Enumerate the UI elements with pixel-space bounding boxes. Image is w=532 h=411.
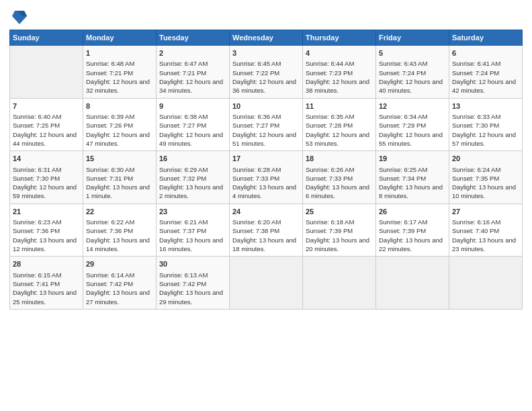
day-number: 30 <box>159 259 226 269</box>
sunrise: Sunrise: 6:17 AM <box>379 218 427 226</box>
sunrise: Sunrise: 6:28 AM <box>232 166 281 173</box>
sunrise: Sunrise: 6:44 AM <box>306 60 354 67</box>
col-header-tuesday: Tuesday <box>157 30 230 46</box>
sunset: Sunset: 7:30 PM <box>13 175 60 182</box>
sunrise: Sunrise: 6:36 AM <box>232 113 281 120</box>
sunrise: Sunrise: 6:30 AM <box>86 166 134 173</box>
calendar-cell: 7Sunrise: 6:40 AMSunset: 7:25 PMDaylight… <box>10 98 83 151</box>
calendar-cell: 10Sunrise: 6:36 AMSunset: 7:27 PMDayligh… <box>230 98 303 151</box>
daylight: Daylight: 13 hours and 8 minutes. <box>379 183 443 199</box>
calendar-cell <box>303 257 376 310</box>
sunrise: Sunrise: 6:31 AM <box>13 166 61 173</box>
daylight: Daylight: 13 hours and 1 minute. <box>86 183 150 199</box>
daylight: Daylight: 12 hours and 51 minutes. <box>232 131 296 147</box>
day-number: 26 <box>379 207 446 217</box>
calendar-cell <box>376 257 449 310</box>
daylight: Daylight: 13 hours and 29 minutes. <box>159 289 223 305</box>
daylight: Daylight: 12 hours and 53 minutes. <box>306 131 369 147</box>
sunset: Sunset: 7:34 PM <box>379 175 426 182</box>
calendar-cell: 9Sunrise: 6:38 AMSunset: 7:27 PMDaylight… <box>157 98 230 151</box>
day-number: 11 <box>306 101 373 111</box>
col-header-saturday: Saturday <box>449 30 523 46</box>
sunset: Sunset: 7:31 PM <box>86 175 133 182</box>
day-number: 13 <box>452 101 519 111</box>
sunset: Sunset: 7:37 PM <box>159 227 206 234</box>
col-header-wednesday: Wednesday <box>230 30 303 46</box>
sunset: Sunset: 7:21 PM <box>86 69 133 77</box>
calendar-table: SundayMondayTuesdayWednesdayThursdayFrid… <box>9 30 523 310</box>
calendar-cell: 1Sunrise: 6:48 AMSunset: 7:21 PMDaylight… <box>83 46 157 99</box>
day-number: 24 <box>232 207 300 217</box>
day-number: 19 <box>379 154 446 164</box>
sunrise: Sunrise: 6:34 AM <box>379 113 427 120</box>
sunrise: Sunrise: 6:15 AM <box>13 271 61 279</box>
sunset: Sunset: 7:23 PM <box>306 69 353 77</box>
calendar-cell: 8Sunrise: 6:39 AMSunset: 7:26 PMDaylight… <box>83 98 157 151</box>
daylight: Daylight: 13 hours and 10 minutes. <box>452 183 516 199</box>
col-header-monday: Monday <box>83 30 157 46</box>
sunrise: Sunrise: 6:47 AM <box>159 60 208 67</box>
sunset: Sunset: 7:24 PM <box>379 69 426 77</box>
calendar-cell: 13Sunrise: 6:33 AMSunset: 7:30 PMDayligh… <box>449 98 523 151</box>
calendar-cell <box>10 46 83 99</box>
calendar-cell <box>230 257 303 310</box>
daylight: Daylight: 13 hours and 6 minutes. <box>306 183 369 199</box>
daylight: Daylight: 12 hours and 38 minutes. <box>306 78 369 94</box>
calendar-cell: 21Sunrise: 6:23 AMSunset: 7:36 PMDayligh… <box>10 203 83 257</box>
sunrise: Sunrise: 6:18 AM <box>306 218 354 226</box>
calendar-cell: 4Sunrise: 6:44 AMSunset: 7:23 PMDaylight… <box>303 46 376 99</box>
sunset: Sunset: 7:40 PM <box>452 227 499 234</box>
daylight: Daylight: 12 hours and 57 minutes. <box>452 131 516 147</box>
daylight: Daylight: 13 hours and 18 minutes. <box>232 236 296 253</box>
sunrise: Sunrise: 6:14 AM <box>86 271 134 279</box>
day-number: 2 <box>159 48 226 58</box>
sunrise: Sunrise: 6:16 AM <box>452 218 500 226</box>
sunset: Sunset: 7:38 PM <box>232 227 279 234</box>
sunset: Sunset: 7:35 PM <box>452 175 499 182</box>
calendar-cell: 15Sunrise: 6:30 AMSunset: 7:31 PMDayligh… <box>83 151 157 204</box>
daylight: Daylight: 12 hours and 49 minutes. <box>159 131 223 147</box>
calendar-cell: 12Sunrise: 6:34 AMSunset: 7:29 PMDayligh… <box>376 98 449 151</box>
sunset: Sunset: 7:29 PM <box>379 122 426 129</box>
daylight: Daylight: 13 hours and 12 minutes. <box>13 236 77 253</box>
sunrise: Sunrise: 6:29 AM <box>159 166 208 173</box>
calendar-cell: 14Sunrise: 6:31 AMSunset: 7:30 PMDayligh… <box>10 151 83 204</box>
day-number: 25 <box>306 207 373 217</box>
calendar-cell: 26Sunrise: 6:17 AMSunset: 7:39 PMDayligh… <box>376 203 449 257</box>
calendar-cell: 25Sunrise: 6:18 AMSunset: 7:39 PMDayligh… <box>303 203 376 257</box>
calendar-cell: 17Sunrise: 6:28 AMSunset: 7:33 PMDayligh… <box>230 151 303 204</box>
sunset: Sunset: 7:39 PM <box>379 227 426 234</box>
day-number: 16 <box>159 154 226 164</box>
daylight: Daylight: 12 hours and 44 minutes. <box>13 131 77 147</box>
daylight: Daylight: 12 hours and 34 minutes. <box>159 78 223 94</box>
sunrise: Sunrise: 6:22 AM <box>86 218 134 226</box>
calendar-cell: 3Sunrise: 6:45 AMSunset: 7:22 PMDaylight… <box>230 46 303 99</box>
day-number: 17 <box>232 154 300 164</box>
sunrise: Sunrise: 6:25 AM <box>379 166 427 173</box>
calendar-cell: 27Sunrise: 6:16 AMSunset: 7:40 PMDayligh… <box>449 203 523 257</box>
sunrise: Sunrise: 6:43 AM <box>379 60 427 67</box>
day-number: 6 <box>452 48 519 58</box>
page: SundayMondayTuesdayWednesdayThursdayFrid… <box>0 0 532 411</box>
day-number: 3 <box>232 48 300 58</box>
sunset: Sunset: 7:24 PM <box>452 69 499 77</box>
sunset: Sunset: 7:30 PM <box>452 122 499 129</box>
day-number: 15 <box>86 154 153 164</box>
sunrise: Sunrise: 6:48 AM <box>86 60 134 67</box>
sunset: Sunset: 7:41 PM <box>13 280 60 287</box>
day-number: 5 <box>379 48 446 58</box>
sunset: Sunset: 7:21 PM <box>159 69 206 77</box>
calendar-cell: 6Sunrise: 6:41 AMSunset: 7:24 PMDaylight… <box>449 46 523 99</box>
calendar-row: 28Sunrise: 6:15 AMSunset: 7:41 PMDayligh… <box>10 257 523 310</box>
header-row: SundayMondayTuesdayWednesdayThursdayFrid… <box>10 30 523 46</box>
day-number: 12 <box>379 101 446 111</box>
calendar-cell: 28Sunrise: 6:15 AMSunset: 7:41 PMDayligh… <box>10 257 83 310</box>
calendar-cell: 29Sunrise: 6:14 AMSunset: 7:42 PMDayligh… <box>83 257 157 310</box>
day-number: 14 <box>13 154 80 164</box>
col-header-thursday: Thursday <box>303 30 376 46</box>
calendar-row: 21Sunrise: 6:23 AMSunset: 7:36 PMDayligh… <box>10 203 523 257</box>
logo <box>9 7 27 26</box>
sunset: Sunset: 7:36 PM <box>86 227 133 234</box>
day-number: 8 <box>86 101 153 111</box>
calendar-row: 7Sunrise: 6:40 AMSunset: 7:25 PMDaylight… <box>10 98 523 151</box>
